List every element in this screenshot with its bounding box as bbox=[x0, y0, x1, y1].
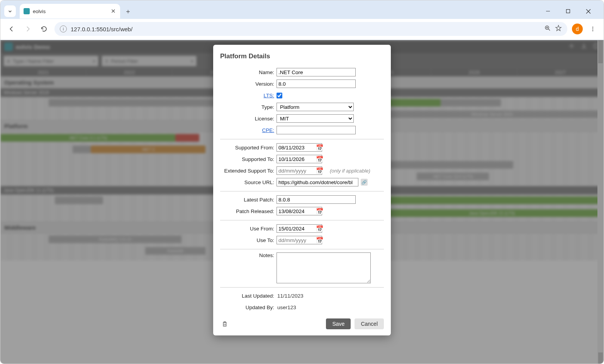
modal-title: Platform Details bbox=[220, 52, 384, 60]
label-patch-released: Patch Released: bbox=[220, 208, 277, 214]
updated-by-value: user123 bbox=[277, 305, 296, 310]
divider bbox=[220, 191, 384, 191]
label-notes: Notes: bbox=[220, 252, 277, 258]
extended-to-input[interactable] bbox=[277, 166, 322, 175]
chevron-down-icon bbox=[7, 8, 13, 14]
site-info-icon[interactable]: i bbox=[60, 25, 67, 32]
divider bbox=[220, 220, 384, 220]
svg-line-5 bbox=[548, 29, 550, 30]
tab-search-dropdown[interactable] bbox=[4, 5, 16, 17]
browser-chrome: eolvis ✕ ＋ i 127.0.0.1:5501/src/web/ d bbox=[0, 0, 604, 40]
label-extended-to: Extended Support To: bbox=[220, 168, 277, 174]
divider bbox=[220, 249, 384, 249]
extended-hint: (only if applicable) bbox=[330, 168, 370, 174]
window-controls bbox=[540, 5, 600, 17]
use-from-input[interactable] bbox=[277, 224, 322, 233]
svg-point-9 bbox=[592, 29, 593, 29]
maximize-button[interactable] bbox=[560, 5, 577, 17]
label-source-url: Source URL: bbox=[220, 179, 277, 185]
svg-point-10 bbox=[592, 30, 593, 31]
tab-close-button[interactable]: ✕ bbox=[110, 8, 116, 14]
label-type: Type: bbox=[220, 104, 277, 110]
name-input[interactable] bbox=[277, 68, 356, 76]
source-url-input[interactable] bbox=[277, 178, 358, 186]
svg-point-8 bbox=[592, 27, 593, 27]
modal-overlay[interactable]: Platform Details Name: Version: LTS: Typ… bbox=[0, 40, 604, 364]
tab-favicon-icon bbox=[24, 8, 30, 14]
close-window-button[interactable] bbox=[580, 5, 597, 17]
platform-details-dialog: Platform Details Name: Version: LTS: Typ… bbox=[213, 45, 391, 335]
new-tab-button[interactable]: ＋ bbox=[122, 6, 133, 17]
label-supported-to: Supported To: bbox=[220, 156, 277, 162]
label-cpe[interactable]: CPE: bbox=[220, 127, 277, 133]
divider bbox=[220, 287, 384, 288]
label-latest-patch: Latest Patch: bbox=[220, 197, 277, 203]
supported-to-input[interactable] bbox=[277, 155, 322, 163]
label-lts[interactable]: LTS: bbox=[220, 93, 277, 98]
label-use-to: Use To: bbox=[220, 237, 277, 243]
delete-button[interactable] bbox=[220, 319, 229, 328]
address-bar: i 127.0.0.1:5501/src/web/ d bbox=[0, 19, 604, 40]
profile-avatar[interactable]: d bbox=[572, 24, 583, 34]
modal-footer: Save Cancel bbox=[220, 318, 384, 329]
bookmark-icon[interactable] bbox=[555, 25, 562, 33]
url-text: 127.0.0.1:5501/src/web/ bbox=[71, 26, 132, 32]
tab-title: eolvis bbox=[33, 8, 107, 14]
patch-released-input[interactable] bbox=[277, 207, 322, 215]
save-button[interactable]: Save bbox=[326, 318, 351, 329]
lts-checkbox[interactable] bbox=[277, 93, 282, 98]
reload-button[interactable] bbox=[38, 23, 50, 35]
browser-tab[interactable]: eolvis ✕ bbox=[20, 4, 120, 19]
minimize-button[interactable] bbox=[540, 5, 556, 17]
type-select[interactable]: Platform bbox=[277, 103, 354, 111]
svg-rect-1 bbox=[567, 10, 570, 13]
label-license: License: bbox=[220, 116, 277, 122]
label-supported-from: Supported From: bbox=[220, 145, 277, 151]
label-version: Version: bbox=[220, 81, 277, 87]
trash-icon bbox=[221, 320, 228, 327]
browser-menu-button[interactable] bbox=[587, 24, 598, 34]
tab-strip: eolvis ✕ ＋ bbox=[0, 0, 604, 19]
zoom-icon[interactable] bbox=[544, 25, 551, 33]
notes-textarea[interactable] bbox=[277, 252, 371, 283]
cancel-button[interactable]: Cancel bbox=[355, 318, 384, 329]
last-updated-value: 11/11/2023 bbox=[277, 293, 304, 299]
url-bar[interactable]: i 127.0.0.1:5501/src/web/ bbox=[54, 22, 567, 36]
label-name: Name: bbox=[220, 69, 277, 75]
app-viewport: eolvis Demo 4 Type / Name Filter ▾ 3 Per… bbox=[0, 40, 604, 364]
license-select[interactable]: MIT bbox=[277, 114, 354, 123]
label-last-updated: Last Updated: bbox=[220, 293, 277, 299]
version-input[interactable] bbox=[277, 80, 356, 88]
back-button[interactable] bbox=[6, 23, 17, 35]
label-updated-by: Updated By: bbox=[220, 305, 277, 310]
link-icon[interactable]: 🔗 bbox=[361, 179, 368, 186]
forward-button[interactable] bbox=[22, 23, 34, 35]
cpe-input[interactable] bbox=[277, 126, 356, 134]
latest-patch-input[interactable] bbox=[277, 195, 356, 204]
use-to-input[interactable] bbox=[277, 236, 322, 244]
supported-from-input[interactable] bbox=[277, 143, 322, 152]
divider bbox=[220, 139, 384, 139]
label-use-from: Use From: bbox=[220, 226, 277, 232]
